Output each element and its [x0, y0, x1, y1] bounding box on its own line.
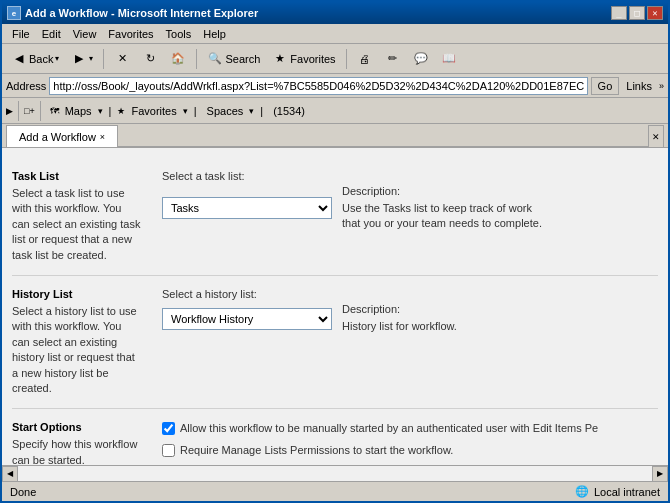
- address-label: Address: [6, 80, 46, 92]
- checkbox-require-manage-label: Require Manage Lists Permissions to star…: [180, 443, 453, 458]
- forward-arrow: ▾: [89, 54, 93, 63]
- content-area: Task List Select a task list to use with…: [2, 148, 668, 465]
- tab-spacer: [118, 146, 648, 147]
- history-list-right: Select a history list: Workflow History …: [152, 288, 658, 396]
- refresh-icon: ↻: [142, 51, 158, 67]
- history-list-left: History List Select a history list to us…: [12, 288, 152, 396]
- tab-label: Add a Workflow: [19, 131, 96, 143]
- checkbox-manual-start[interactable]: [162, 422, 175, 435]
- task-list-left: Task List Select a task list to use with…: [12, 170, 152, 263]
- task-list-select[interactable]: Tasks: [162, 197, 332, 219]
- favorites-button[interactable]: ★ Favorites: [267, 47, 340, 71]
- forward-icon: ▶: [71, 51, 87, 67]
- tb2-arrow2: ▾: [183, 106, 188, 116]
- address-input[interactable]: [49, 77, 587, 95]
- back-icon: ◀: [11, 51, 27, 67]
- menu-favorites[interactable]: Favorites: [102, 26, 159, 42]
- home-button[interactable]: 🏠: [165, 47, 191, 71]
- history-list-title: History List: [12, 288, 142, 300]
- tb2-expand[interactable]: ▶: [6, 106, 13, 116]
- checkbox-row-1: Require Manage Lists Permissions to star…: [162, 443, 658, 458]
- search-label: Search: [225, 53, 260, 65]
- tb2-count: (1534): [269, 105, 309, 117]
- toolbar-sep-2: [196, 49, 197, 69]
- task-list-field-label: Select a task list:: [162, 170, 658, 182]
- checkbox-manual-start-label: Allow this workflow to be manually start…: [180, 421, 598, 436]
- h-scroll-left[interactable]: ◀: [2, 466, 18, 482]
- favorites-label: Favorites: [290, 53, 335, 65]
- start-options-section: Start Options Specify how this workflow …: [12, 409, 658, 465]
- search-icon: 🔍: [207, 51, 223, 67]
- history-list-field-label: Select a history list:: [162, 288, 658, 300]
- history-list-desc-box: Description: History list for workflow.: [342, 303, 542, 334]
- menu-help[interactable]: Help: [197, 26, 232, 42]
- tb2-sep2: [40, 101, 41, 121]
- task-list-select-wrapper: Tasks Description: Use the Tasks list to…: [162, 185, 658, 232]
- minimize-button[interactable]: _: [611, 6, 627, 20]
- back-button[interactable]: ◀ Back ▾: [6, 47, 64, 71]
- history-list-desc: Select a history list to use with this w…: [12, 304, 142, 396]
- main-tab[interactable]: Add a Workflow ×: [6, 125, 118, 147]
- menu-edit[interactable]: Edit: [36, 26, 67, 42]
- history-list-desc-text: History list for workflow.: [342, 319, 542, 334]
- go-button[interactable]: Go: [591, 77, 620, 95]
- status-left: Done: [10, 486, 36, 498]
- refresh-button[interactable]: ↻: [137, 47, 163, 71]
- tb2-fav-icon[interactable]: ★: [117, 106, 125, 116]
- intranet-icon: 🌐: [574, 485, 590, 499]
- favorites-icon: ★: [272, 51, 288, 67]
- task-list-desc: Select a task list to use with this work…: [12, 186, 142, 263]
- menu-view[interactable]: View: [67, 26, 103, 42]
- discuss-button[interactable]: 💬: [408, 47, 434, 71]
- checkbox-require-manage[interactable]: [162, 444, 175, 457]
- window-controls: _ □ ✕: [611, 6, 663, 20]
- task-list-title: Task List: [12, 170, 142, 182]
- browser-window: e Add a Workflow - Microsoft Internet Ex…: [0, 0, 670, 503]
- menu-tools[interactable]: Tools: [160, 26, 198, 42]
- start-options-right: Allow this workflow to be manually start…: [152, 421, 658, 465]
- print-button[interactable]: 🖨: [352, 47, 378, 71]
- tab-close-button[interactable]: ×: [100, 132, 105, 142]
- title-bar-left: e Add a Workflow - Microsoft Internet Ex…: [7, 6, 258, 20]
- main-toolbar: ◀ Back ▾ ▶ ▾ ✕ ↻ 🏠 🔍 Search ★ Favorites …: [2, 44, 668, 74]
- tb2-spaces[interactable]: Spaces: [203, 105, 248, 117]
- task-list-desc-box: Description: Use the Tasks list to keep …: [342, 185, 542, 232]
- task-list-right: Select a task list: Tasks Description: U…: [152, 170, 658, 263]
- history-list-select-wrapper: Workflow History Description: History li…: [162, 303, 658, 334]
- tab-close-x[interactable]: ✕: [648, 125, 664, 147]
- close-button[interactable]: ✕: [647, 6, 663, 20]
- tb2-new[interactable]: □+: [24, 106, 35, 116]
- h-scroll-track[interactable]: [18, 466, 652, 482]
- stop-button[interactable]: ✕: [109, 47, 135, 71]
- edit-button[interactable]: ✏: [380, 47, 406, 71]
- address-bar: Address Go Links »: [2, 74, 668, 98]
- horizontal-scrollbar: ◀ ▶: [2, 465, 668, 481]
- tb2-arrow1: ▾: [98, 106, 103, 116]
- status-right: 🌐 Local intranet: [574, 485, 660, 499]
- tb2-icon[interactable]: 🗺: [50, 106, 59, 116]
- tb2-favorites[interactable]: Favorites: [127, 105, 180, 117]
- stop-icon: ✕: [114, 51, 130, 67]
- menu-bar: File Edit View Favorites Tools Help: [2, 24, 668, 44]
- search-button[interactable]: 🔍 Search: [202, 47, 265, 71]
- task-list-section: Task List Select a task list to use with…: [12, 158, 658, 276]
- tab-bar: Add a Workflow × ✕: [2, 124, 668, 148]
- toolbar-sep-3: [346, 49, 347, 69]
- secondary-toolbar: ▶ □+ 🗺 Maps ▾ | ★ Favorites ▾ | Spaces ▾…: [2, 98, 668, 124]
- research-button[interactable]: 📖: [436, 47, 462, 71]
- menu-file[interactable]: File: [6, 26, 36, 42]
- tb2-maps[interactable]: Maps: [61, 105, 96, 117]
- task-list-desc-text: Use the Tasks list to keep track of work…: [342, 201, 542, 232]
- tb2-arrow3: ▾: [249, 106, 254, 116]
- edit-icon: ✏: [385, 51, 401, 67]
- forward-button[interactable]: ▶ ▾: [66, 47, 98, 71]
- history-list-select[interactable]: Workflow History: [162, 308, 332, 330]
- maximize-button[interactable]: □: [629, 6, 645, 20]
- tb2-pipe2: |: [190, 105, 201, 117]
- back-arrow: ▾: [55, 54, 59, 63]
- title-bar: e Add a Workflow - Microsoft Internet Ex…: [2, 2, 668, 24]
- links-button[interactable]: Links: [622, 80, 656, 92]
- h-scroll-right[interactable]: ▶: [652, 466, 668, 482]
- links-arrow: »: [659, 81, 664, 91]
- history-list-section: History List Select a history list to us…: [12, 276, 658, 409]
